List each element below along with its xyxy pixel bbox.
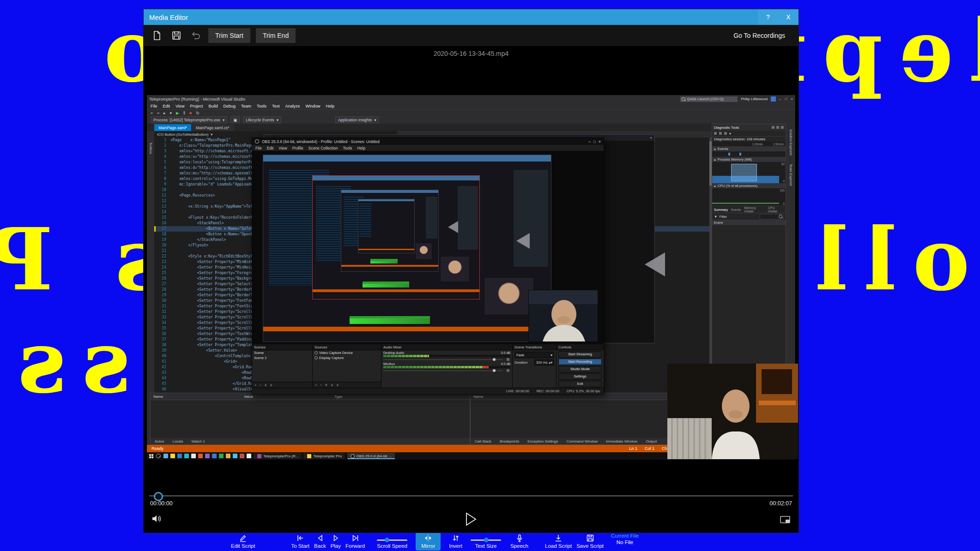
add-icon[interactable]: + (254, 383, 257, 387)
eye-icon[interactable] (315, 351, 318, 354)
taskbar-app-icon[interactable] (177, 454, 182, 458)
save-script-button[interactable]: Save Script (576, 533, 604, 549)
taskbar-app-icon[interactable] (198, 454, 203, 458)
vs-menu-item[interactable]: Analyze (285, 104, 300, 108)
load-script-button[interactable]: Load Script (545, 533, 572, 549)
filter-icon[interactable]: ▼ (714, 215, 717, 219)
obs-control-button[interactable]: Exit (558, 381, 602, 388)
volume-slider[interactable] (383, 358, 510, 361)
obs-menu-item[interactable]: View (278, 146, 287, 150)
scene-item[interactable]: Scene 2 (252, 355, 312, 360)
vs-window-controls[interactable]: –□× (779, 97, 793, 101)
trim-end-button[interactable]: Trim End (256, 28, 296, 43)
vs-menu-item[interactable]: Project (190, 104, 203, 108)
taskbar-app-icon[interactable] (184, 454, 189, 458)
obs-control-button[interactable]: Start Recording (558, 359, 602, 365)
pane-tab[interactable]: Locals (168, 438, 187, 444)
obs-menu-item[interactable]: Edit (267, 146, 274, 150)
edit-script-button[interactable]: Edit Script (231, 533, 255, 549)
taskbar-app-icon[interactable] (163, 454, 168, 458)
vs-menu-item[interactable]: Help (326, 104, 335, 108)
speech-button[interactable]: Speech (510, 533, 528, 549)
minimize-icon[interactable]: – (588, 139, 591, 144)
vs-menu-item[interactable]: File (151, 104, 157, 108)
slider-knob[interactable] (484, 538, 489, 542)
pane-tab[interactable]: Immediate Window (602, 438, 641, 444)
transition-select[interactable]: Fade▾ (514, 352, 554, 358)
events-section-header[interactable]: ▴Events (712, 146, 786, 151)
slider-track[interactable] (471, 539, 501, 541)
seek-handle[interactable] (154, 492, 163, 501)
vs-menu-item[interactable]: Tools (257, 104, 266, 108)
new-file-icon[interactable]: ▸ (163, 111, 166, 115)
zoom-icon[interactable] (714, 132, 717, 135)
obs-menu-item[interactable]: Tools (343, 146, 352, 150)
pause-icon[interactable] (772, 126, 774, 129)
trim-start-button[interactable]: Trim Start (208, 28, 250, 43)
taskbar-app-icon[interactable] (233, 454, 237, 458)
obs-menu-item[interactable]: Help (357, 146, 365, 150)
taskbar-app-icon[interactable] (240, 454, 244, 458)
text-size-slider[interactable]: Text Size (471, 533, 501, 549)
obs-menu-item[interactable]: File (255, 146, 262, 150)
source-item[interactable]: Video Capture Device (313, 350, 381, 355)
column-header[interactable]: Name (151, 395, 241, 399)
events-search-input[interactable] (760, 214, 784, 219)
save-icon[interactable]: ▾ (170, 111, 172, 115)
reset-icon[interactable] (719, 132, 722, 135)
pane-tab[interactable]: Breakpoints (496, 438, 523, 444)
close-button[interactable]: X (778, 9, 799, 25)
event-column-header[interactable]: Event (712, 220, 786, 225)
move-down-icon[interactable]: ∨ (270, 383, 272, 387)
vs-menu-item[interactable]: Test (272, 104, 280, 108)
column-header[interactable]: Type (332, 395, 422, 399)
pane-tab[interactable]: Command Window (563, 438, 602, 444)
forward-button[interactable]: Forward (345, 533, 365, 549)
remove-icon[interactable]: − (260, 383, 262, 387)
close-icon[interactable]: × (599, 139, 601, 144)
obs-menu-item[interactable]: Scene Collection (309, 146, 338, 150)
vs-menu-item[interactable]: Build (208, 104, 218, 108)
obs-control-button[interactable]: Start Streaming (558, 351, 602, 358)
memory-section-header[interactable]: ▴Process Memory (MB) (712, 157, 786, 162)
maximize-icon[interactable]: □ (593, 139, 596, 144)
volume-slider[interactable] (383, 369, 510, 372)
scroll-speed-slider[interactable]: Scroll Speed (377, 533, 407, 549)
speaker-icon[interactable] (507, 369, 509, 372)
restart-icon[interactable]: ↻ (196, 111, 200, 115)
tab-mainpage-xaml[interactable]: MainPage.xaml* (154, 124, 191, 131)
pane-tab[interactable]: Output (641, 438, 661, 444)
taskbar-window-vs[interactable]: TeleprompterPro (R... (254, 453, 301, 459)
vs-menu-item[interactable]: Edit (163, 104, 170, 108)
taskbar-app-icon[interactable] (170, 454, 175, 458)
open-file-button[interactable] (150, 29, 164, 42)
timeline-icon[interactable] (724, 132, 727, 135)
obs-control-button[interactable]: Studio Mode (558, 366, 602, 373)
media-editor-titlebar[interactable]: Media Editor ? X (144, 9, 799, 25)
seek-bar[interactable] (149, 495, 793, 497)
application-insights-dropdown[interactable]: Application Insights▾ (335, 116, 379, 123)
diagnostics-tab[interactable]: Memory Usage (744, 206, 764, 213)
team-explorer-tab[interactable]: Team Explorer (789, 164, 793, 186)
taskbar-app-icon[interactable] (247, 454, 251, 458)
close-icon[interactable] (781, 126, 784, 129)
go-to-recordings-button[interactable]: Go To Recordings (726, 28, 792, 43)
solution-explorer-tab[interactable]: Solution Explorer (789, 129, 793, 156)
toolbox-tab[interactable]: Toolbox (149, 142, 153, 397)
cpu-section-header[interactable]: ▴CPU (% of all processors) (712, 183, 786, 188)
play-script-button[interactable]: Play (331, 533, 341, 549)
move-down-icon[interactable]: ∨ (336, 383, 339, 387)
memory-selection[interactable] (731, 164, 757, 181)
back-button[interactable]: Back (314, 533, 326, 549)
eye-icon[interactable] (315, 356, 318, 359)
close-icon[interactable]: × (650, 136, 652, 140)
taskbar-app-icon[interactable] (212, 454, 217, 458)
add-icon[interactable]: + (315, 383, 317, 387)
speaker-icon[interactable] (507, 358, 509, 361)
taskbar-app-icon[interactable] (205, 454, 210, 458)
start-button[interactable] (149, 454, 153, 458)
help-button[interactable]: ? (758, 9, 778, 25)
diagnostics-tab[interactable]: Events (731, 208, 741, 211)
save-button[interactable] (169, 29, 183, 42)
taskbar-window-teleprompter[interactable]: Teleprompter Pro (304, 453, 344, 459)
